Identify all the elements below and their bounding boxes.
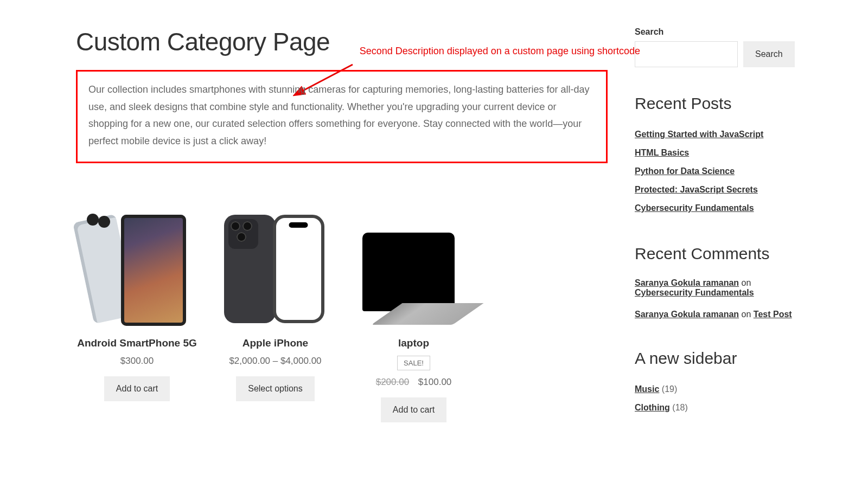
recent-post-link[interactable]: Cybersecurity Fundamentals [635, 203, 754, 213]
recent-comments-widget: Recent Comments Saranya Gokula ramanan o… [635, 245, 792, 319]
product-name[interactable]: Android SmartPhone 5G [76, 337, 198, 350]
comment-post-link[interactable]: Cybersecurity Fundamentals [635, 288, 754, 297]
category-link[interactable]: Music [635, 384, 659, 394]
product-image[interactable] [357, 215, 471, 329]
search-input[interactable] [635, 41, 738, 67]
android-phone-icon [83, 215, 192, 329]
recent-post-link[interactable]: HTML Basics [635, 148, 689, 157]
product-image[interactable] [80, 215, 194, 329]
category-link[interactable]: Clothing [635, 403, 670, 412]
comment-item: Saranya Gokula ramanan on Test Post [635, 310, 792, 319]
search-form: Search [635, 41, 792, 67]
new-sidebar-widget: A new sidebar Music (19) Clothing (18) [635, 349, 792, 414]
annotation-wrapper: Second Description displayed on a custom… [76, 70, 608, 163]
sidebar: Search Search Recent Posts Getting Start… [635, 27, 792, 444]
product-price: $2,000.00 – $4,000.00 [214, 356, 336, 367]
add-to-cart-button[interactable]: Add to cart [104, 376, 170, 401]
laptop-icon [357, 233, 471, 325]
select-options-button[interactable]: Select options [236, 376, 315, 401]
description-box: Our collection includes smartphones with… [76, 70, 608, 163]
product-price: $200.00 $100.00 [353, 377, 475, 388]
product-name[interactable]: Apple iPhone [214, 337, 336, 350]
recent-posts-list: Getting Started with JavaScript HTML Bas… [635, 128, 792, 215]
comment-author-link[interactable]: Saranya Gokula ramanan [635, 310, 739, 319]
comment-on-text: on [742, 310, 751, 319]
widget-title: A new sidebar [635, 349, 792, 368]
add-to-cart-button[interactable]: Add to cart [381, 397, 446, 422]
product-card: Apple iPhone $2,000.00 – $4,000.00 Selec… [214, 215, 336, 401]
recent-posts-widget: Recent Posts Getting Started with JavaSc… [635, 94, 792, 215]
widget-title: Recent Comments [635, 245, 792, 263]
widget-title: Recent Posts [635, 94, 792, 113]
product-card: laptop SALE! $200.00 $100.00 Add to cart [353, 215, 475, 422]
recent-post-link[interactable]: Getting Started with JavaScript [635, 130, 763, 139]
product-card: Android SmartPhone 5G $300.00 Add to car… [76, 215, 198, 401]
comment-author-link[interactable]: Saranya Gokula ramanan [635, 278, 739, 287]
current-price: $100.00 [418, 377, 451, 387]
annotation-text: Second Description displayed on a custom… [360, 46, 640, 57]
description-text: Our collection includes smartphones with… [88, 81, 595, 150]
product-image[interactable] [219, 215, 333, 329]
iphone-icon [224, 215, 327, 329]
comment-on-text: on [742, 278, 751, 287]
sale-badge: SALE! [397, 356, 430, 370]
product-price: $300.00 [76, 356, 198, 367]
category-list: Music (19) Clothing (18) [635, 383, 792, 414]
search-button[interactable]: Search [743, 41, 795, 67]
old-price: $200.00 [376, 377, 409, 387]
recent-post-link[interactable]: Python for Data Science [635, 166, 735, 176]
comment-post-link[interactable]: Test Post [754, 310, 792, 319]
category-count: (19) [662, 384, 677, 394]
products-grid: Android SmartPhone 5G $300.00 Add to car… [76, 215, 608, 422]
product-name[interactable]: laptop [353, 337, 475, 350]
comment-item: Saranya Gokula ramanan on Cybersecurity … [635, 278, 792, 298]
recent-post-link[interactable]: Protected: JavaScript Secrets [635, 185, 758, 194]
search-label: Search [635, 27, 792, 37]
category-count: (18) [672, 403, 687, 412]
